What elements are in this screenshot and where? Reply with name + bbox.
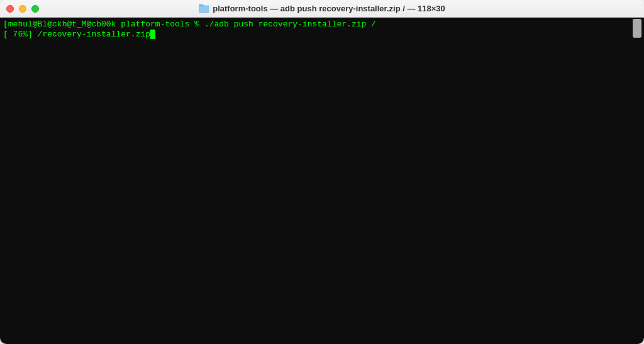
- progress-text: [ 76%] /recovery-installer.zip: [3, 30, 150, 39]
- scrollbar-track[interactable]: [634, 18, 643, 344]
- folder-icon: [199, 4, 209, 13]
- shell-prompt: mehul@Bl@ckh@t_M@cb00k platform-tools %: [8, 19, 204, 29]
- terminal-line-1: [mehul@Bl@ckh@t_M@cb00k platform-tools %…: [3, 19, 641, 30]
- prompt-bracket: [: [3, 19, 8, 29]
- window-title-container: platform-tools — adb push recovery-insta…: [199, 4, 445, 13]
- command-text: ./adb push recovery-installer.zip /: [204, 19, 376, 29]
- terminal-window: platform-tools — adb push recovery-insta…: [0, 0, 644, 344]
- zoom-button[interactable]: [31, 5, 39, 13]
- close-button[interactable]: [6, 5, 14, 13]
- minimize-button[interactable]: [19, 5, 26, 13]
- traffic-lights: [6, 5, 39, 13]
- window-title: platform-tools — adb push recovery-insta…: [213, 4, 445, 13]
- titlebar[interactable]: platform-tools — adb push recovery-insta…: [0, 0, 644, 18]
- terminal-line-2: [ 76%] /recovery-installer.zip: [3, 30, 641, 40]
- terminal-cursor: [150, 30, 155, 39]
- scrollbar-thumb[interactable]: [633, 19, 641, 38]
- svg-rect-2: [199, 6, 209, 13]
- terminal-body[interactable]: [mehul@Bl@ckh@t_M@cb00k platform-tools %…: [0, 18, 644, 344]
